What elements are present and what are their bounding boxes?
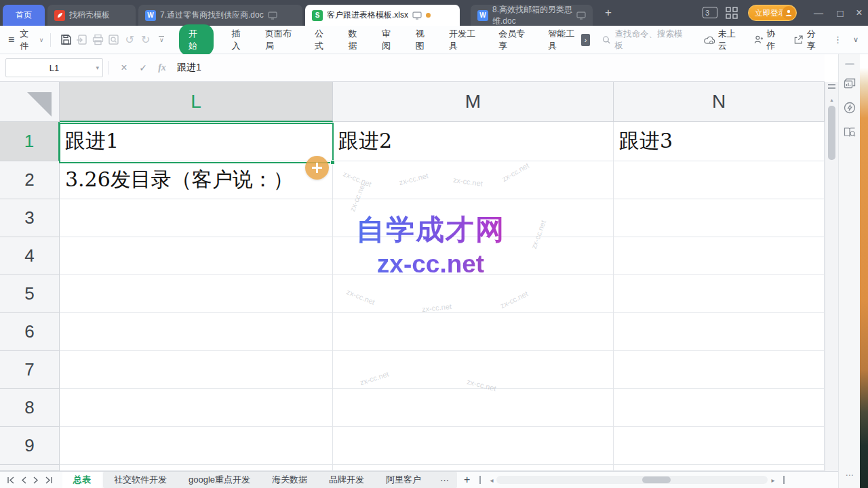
share-button[interactable]: 分享 [794,28,823,52]
sheet-tab-active[interactable]: 总表 [62,472,102,488]
sheet-tab-5[interactable]: 阿里客户 [375,472,432,488]
cell-M3[interactable] [333,199,614,237]
cell-L9[interactable] [60,427,333,465]
menu-tab-home[interactable]: 开始 [179,24,214,56]
scroll-left-button[interactable]: ◂ [490,476,493,484]
pane-split-handle[interactable] [783,476,785,484]
scroll-up-icon[interactable]: ▲ [829,97,834,103]
prev-sheet-button[interactable] [21,476,27,484]
close-button[interactable]: × [849,0,868,26]
add-sheet-button[interactable]: + [464,474,470,486]
cell-N10[interactable] [614,465,825,471]
cell-N3[interactable] [614,199,825,237]
maximize-button[interactable]: □ [830,0,850,26]
ribbon-more-button[interactable]: ⋮ [833,35,842,45]
cell-M8[interactable] [333,389,614,427]
row-header-10[interactable] [0,465,60,471]
column-header-L[interactable]: L [60,82,333,122]
menu-tab-view[interactable]: 视图 [416,28,432,52]
hamburger-menu-icon[interactable]: ≡ [8,34,14,46]
customize-quickbar-button[interactable]: ∨ [153,36,170,43]
apps-grid-icon[interactable] [726,7,738,19]
cell-L3[interactable] [60,199,333,237]
sheet-tab-3[interactable]: 海关数据 [261,472,318,488]
cell-M4[interactable] [333,237,614,275]
side-banner-edge[interactable] [860,68,868,488]
cell-N1[interactable]: 跟进3 [614,122,825,161]
cell-N9[interactable] [614,427,825,465]
cell-L6[interactable] [60,313,333,351]
first-sheet-button[interactable] [7,476,16,484]
sidebar-more-button[interactable]: ⋯ [839,470,861,480]
tab-doc7[interactable]: W 7.通过零售商找到供应商.doc [138,5,302,26]
tab-docer[interactable]: 找稻壳模板 [47,5,136,26]
cell-L5[interactable] [60,275,333,313]
sheet-tab-1[interactable]: 社交软件开发 [103,472,178,488]
pane-split-handle[interactable] [479,476,481,484]
redo-button[interactable]: ↻ [138,33,154,46]
name-box[interactable]: L1 ▾ [5,58,103,77]
row-header-6[interactable]: 6 [0,313,60,351]
cell-L10[interactable] [60,465,333,471]
cell-N5[interactable] [614,275,825,313]
row-header-4[interactable]: 4 [0,237,60,275]
export-pdf-button[interactable] [74,34,90,45]
tab-active-spreadsheet[interactable]: S 客户跟进表格模板.xlsx [305,5,460,26]
row-header-9[interactable]: 9 [0,427,60,465]
sidebar-collapse-handle[interactable] [845,63,854,65]
cell-L8[interactable] [60,389,333,427]
menu-tab-data[interactable]: 数据 [349,28,365,52]
cell-M5[interactable] [333,275,614,313]
sheet-tab-2[interactable]: google重点开发 [178,472,261,488]
menu-tab-smart-tools[interactable]: 智能工具 [548,28,580,52]
cell-M2[interactable] [333,161,614,199]
file-menu-caret-icon[interactable]: ∨ [39,37,44,43]
smart-effects-icon[interactable] [842,100,857,115]
vertical-scrollbar-thumb[interactable] [828,106,835,160]
cell-M9[interactable] [333,427,614,465]
integrated-mode-icon[interactable]: 3 [703,7,717,18]
cell-N4[interactable] [614,237,825,275]
cell-L1[interactable]: 跟进1 [60,122,333,161]
split-handle[interactable] [828,84,835,89]
last-sheet-button[interactable] [44,476,53,484]
row-header-7[interactable]: 7 [0,351,60,389]
horizontal-scrollbar[interactable] [496,476,768,484]
more-sheets-button[interactable]: ⋯ [432,475,457,485]
cell-N7[interactable] [614,351,825,389]
cell-L2[interactable]: 3.26发目录（客户说：） [60,161,333,199]
cell-M7[interactable] [333,351,614,389]
cell-L7[interactable] [60,351,333,389]
confirm-entry-button[interactable]: ✓ [134,62,153,73]
login-button[interactable]: 立即登录 [748,5,797,21]
undo-button[interactable]: ↺ [121,33,138,46]
cell-N2[interactable] [614,161,825,199]
tab-home[interactable]: 首页 [3,5,45,26]
horizontal-scrollbar-thumb[interactable] [642,476,671,483]
select-all-corner[interactable] [0,82,60,122]
row-header-1[interactable]: 1 [0,122,60,161]
collapse-ribbon-button[interactable]: ∨ [853,35,859,44]
menu-tab-page-layout[interactable]: 页面布局 [265,28,297,52]
chart-tools-icon[interactable] [842,76,857,91]
collaborate-button[interactable]: 协作 [754,28,783,52]
vertical-scrollbar[interactable]: ▲ [825,82,838,471]
cell-N6[interactable] [614,313,825,351]
cloud-status-button[interactable]: 未上云 [704,28,742,52]
sheet-tab-4[interactable]: 品牌开发 [318,472,375,488]
save-button[interactable] [58,34,74,45]
menu-tab-formulas[interactable]: 公式 [315,28,331,52]
command-search[interactable]: 查找命令、搜索模板 [602,28,684,52]
column-header-M[interactable]: M [333,82,614,122]
menu-tab-review[interactable]: 审阅 [382,28,398,52]
cell-M6[interactable] [333,313,614,351]
formula-input[interactable]: 跟进1 [177,62,201,74]
cell-N8[interactable] [614,389,825,427]
cancel-entry-button[interactable]: × [115,62,134,74]
cell-M1[interactable]: 跟进2 [333,122,614,161]
minimize-button[interactable]: — [808,0,829,26]
cell-M10[interactable] [333,465,614,471]
menu-tab-insert[interactable]: 插入 [231,28,248,52]
cell-L4[interactable] [60,237,333,275]
next-sheet-button[interactable] [33,476,39,484]
